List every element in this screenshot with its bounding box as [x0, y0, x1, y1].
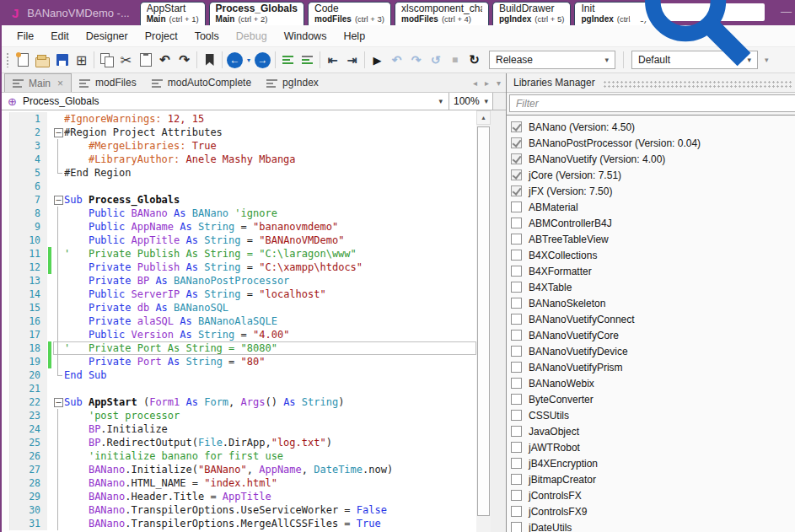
copy-icon[interactable]: [97, 50, 116, 70]
build-config-dropdown[interactable]: Release ▾: [489, 51, 615, 69]
code-area[interactable]: 1#IgnoreWarnings: 12, 152#Region Project…: [2, 110, 476, 532]
sub-selector-dropdown[interactable]: ⊕ Process_Globals ▾: [2, 93, 449, 110]
library-item[interactable]: BANanoVuetify (Version: 4.00): [511, 151, 795, 167]
undo-icon[interactable]: ↶: [155, 50, 175, 70]
library-checkbox[interactable]: [511, 218, 522, 228]
package-icon[interactable]: ⊞: [72, 50, 91, 70]
code-line-20[interactable]: 20End Sub: [2, 368, 476, 382]
library-checkbox[interactable]: [511, 314, 522, 325]
quick-tab-code[interactable]: CodemodFiles(ctrl + 3): [308, 2, 391, 25]
bookmark-margin[interactable]: [2, 112, 10, 126]
bookmark-margin[interactable]: [2, 449, 10, 463]
editor-scrollbar[interactable]: ▲: [476, 110, 491, 532]
library-item[interactable]: B4XCollections: [511, 247, 795, 263]
library-item[interactable]: CSSUtils: [511, 407, 795, 423]
code-line-30[interactable]: 30 BANano.TranspilerOptions.UseServiceWo…: [2, 503, 476, 517]
library-item[interactable]: ABMControllerB4J: [511, 215, 795, 231]
library-checkbox[interactable]: [511, 153, 522, 164]
bookmark-margin[interactable]: [2, 220, 10, 234]
bookmark-margin[interactable]: [2, 436, 10, 449]
library-checkbox[interactable]: [511, 362, 522, 373]
library-checkbox[interactable]: [511, 234, 522, 245]
library-checkbox[interactable]: [511, 282, 522, 293]
library-item[interactable]: jDateUtils: [511, 519, 795, 532]
code-line-31[interactable]: 31 BANano.TranspilerOptions.MergeAllCSSF…: [2, 517, 476, 530]
bookmark-margin[interactable]: [2, 234, 10, 247]
code-line-22[interactable]: 22Sub AppStart (Form1 As Form, Args() As…: [2, 395, 476, 409]
code-line-24[interactable]: 24 BP.Initialize: [2, 422, 476, 436]
library-checkbox[interactable]: [511, 442, 522, 453]
code-line-21[interactable]: 21: [2, 382, 476, 395]
library-item[interactable]: BANanoWebix: [511, 375, 795, 391]
code-line-13[interactable]: 13 Private BP As BANanoPostProcessor: [2, 274, 476, 287]
code-line-14[interactable]: 14 Public ServerIP As String = "localhos…: [2, 287, 476, 301]
bookmark-margin[interactable]: [2, 395, 10, 409]
bookmark-margin[interactable]: [2, 180, 10, 193]
library-checkbox[interactable]: [511, 250, 522, 261]
editor-tab-main[interactable]: Main×: [4, 73, 72, 92]
close-tab-icon[interactable]: ×: [57, 78, 63, 89]
panel-grip-icon[interactable]: [603, 80, 792, 88]
menu-help[interactable]: Help: [335, 27, 373, 46]
code-line-12[interactable]: 12 Private Publish As String = "C:\xampp…: [2, 261, 476, 274]
bookmark-margin[interactable]: [2, 193, 10, 207]
tab-scroll-right-icon[interactable]: ▸: [485, 78, 489, 88]
library-item[interactable]: BANanoVuetifyDevice: [511, 343, 795, 359]
library-checkbox[interactable]: [511, 137, 522, 148]
library-checkbox[interactable]: [511, 266, 522, 277]
library-checkbox[interactable]: [511, 410, 522, 421]
tab-scroll-left-icon[interactable]: ◂: [473, 78, 477, 88]
bookmark-margin[interactable]: [2, 166, 10, 180]
step-into-icon[interactable]: ↶: [387, 50, 406, 70]
rebuild-icon[interactable]: ↻: [465, 50, 484, 70]
minimize-button[interactable]: —: [781, 5, 792, 18]
navigate-forward-icon[interactable]: →: [255, 52, 271, 68]
menu-edit[interactable]: Edit: [42, 27, 78, 46]
uncomment-icon[interactable]: [298, 50, 317, 70]
code-line-16[interactable]: 16 Private alaSQL As BANanoAlaSQLE: [2, 314, 476, 328]
bookmark-margin[interactable]: [2, 301, 10, 314]
pane-splitter[interactable]: [491, 110, 506, 532]
library-item[interactable]: jControlsFX: [511, 487, 795, 503]
library-checkbox[interactable]: [511, 474, 522, 485]
editor-tab-pgindex[interactable]: pgIndex: [259, 73, 326, 92]
library-checkbox[interactable]: [511, 185, 522, 196]
quick-tab-appstart[interactable]: AppStartMain(ctrl + 1): [140, 2, 206, 25]
library-item[interactable]: JavaObject: [511, 423, 795, 439]
fold-toggle-icon[interactable]: [53, 193, 64, 207]
bookmark-margin[interactable]: [2, 139, 10, 153]
save-icon[interactable]: [52, 50, 72, 70]
menu-project[interactable]: Project: [137, 27, 186, 46]
code-line-6[interactable]: 6: [2, 180, 476, 193]
code-line-27[interactable]: 27 BANano.Initialize("BANano", AppName, …: [2, 463, 476, 476]
library-checkbox[interactable]: [511, 169, 522, 180]
library-checkbox[interactable]: [511, 202, 522, 212]
code-line-7[interactable]: 7Sub Process_Globals: [2, 193, 476, 207]
bookmark-margin[interactable]: [2, 422, 10, 436]
cut-icon[interactable]: ✂: [116, 50, 136, 70]
filter-input[interactable]: [509, 94, 795, 112]
bookmark-margin[interactable]: [2, 368, 10, 382]
editor-tab-modautocomplete[interactable]: modAutoComplete: [144, 73, 259, 92]
search-icon[interactable]: [635, 0, 760, 75]
fold-toggle-icon[interactable]: [53, 126, 64, 139]
code-line-29[interactable]: 29 BANano.Header.Title = AppTitle: [2, 490, 476, 503]
library-item[interactable]: BANano (Version: 4.50): [511, 119, 795, 135]
bookmark-margin[interactable]: [2, 287, 10, 301]
quick-tab-builddrawer[interactable]: BuildDrawerpgIndex(ctrl + 5): [492, 2, 571, 25]
menu-designer[interactable]: Designer: [78, 27, 137, 46]
bookmark-margin[interactable]: [2, 517, 10, 530]
scroll-up-icon[interactable]: ▲: [476, 110, 491, 125]
code-line-3[interactable]: 3 #MergeLibraries: True: [2, 139, 476, 153]
scrollbar-thumb[interactable]: [477, 126, 490, 516]
bookmark-margin[interactable]: [2, 463, 10, 476]
zoom-dropdown[interactable]: 100% ▾: [449, 93, 493, 110]
comment-icon[interactable]: [278, 50, 298, 70]
tab-list-icon[interactable]: ▾: [497, 78, 501, 88]
bookmark-margin[interactable]: [2, 247, 10, 261]
library-checkbox[interactable]: [511, 394, 522, 405]
code-line-9[interactable]: 9 Public AppName As String = "bananovmde…: [2, 220, 476, 234]
menu-tools[interactable]: Tools: [186, 27, 228, 46]
code-line-26[interactable]: 26 'initialize banano for first use: [2, 449, 476, 463]
navigate-back-icon[interactable]: ←: [227, 52, 243, 68]
